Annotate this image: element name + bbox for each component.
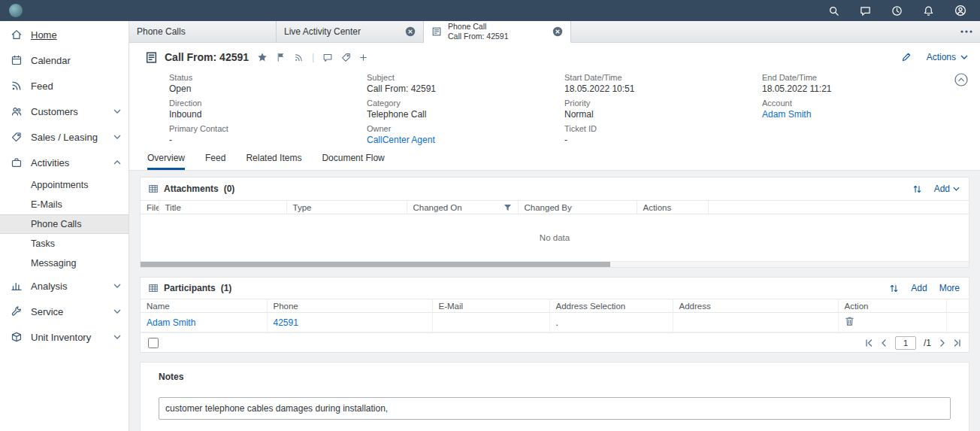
analysis-icon (11, 280, 23, 292)
close-icon[interactable] (552, 26, 563, 37)
collapse-header-icon[interactable] (954, 73, 968, 87)
app-logo (9, 4, 23, 17)
scrollbar-thumb[interactable] (141, 262, 610, 267)
delete-trash-icon[interactable] (845, 316, 854, 326)
col-title[interactable]: Title (159, 201, 286, 214)
sidebar-item-label: Activities (31, 157, 69, 168)
sidebar-item-activities[interactable]: Activities (0, 150, 129, 175)
owner-link[interactable]: CallCenter Agent (367, 135, 564, 145)
sort-icon[interactable] (912, 184, 922, 194)
attachments-table: File Ic Title Type Changed On (141, 200, 969, 214)
sidebar-item-phone-calls[interactable]: Phone Calls (0, 214, 129, 234)
horizontal-scrollbar[interactable] (141, 261, 969, 267)
sidebar-item-label: Home (31, 29, 57, 41)
attachments-add-button[interactable]: Add (934, 184, 960, 194)
service-icon (11, 305, 23, 317)
sidebar-item-tasks[interactable]: Tasks (0, 234, 129, 253)
participant-phone-link[interactable]: 42591 (274, 317, 298, 328)
close-icon[interactable] (405, 26, 416, 37)
sidebar-item-messaging[interactable]: Messaging (0, 253, 129, 273)
actions-button[interactable]: Actions (927, 52, 968, 62)
sidebar-subitem-label: Phone Calls (31, 219, 81, 229)
participants-count: (1) (221, 283, 232, 293)
last-page-icon[interactable] (954, 339, 961, 347)
col-file-icon[interactable]: File Ic (141, 201, 159, 214)
sidebar-item-feed[interactable]: Feed (0, 73, 129, 99)
flag-icon[interactable] (276, 52, 286, 62)
sidebar-item-appointments[interactable]: Appointments (0, 175, 129, 195)
sidebar-item-calendar[interactable]: Calendar (0, 47, 129, 73)
col-email[interactable]: E-Mail (432, 299, 549, 313)
tab-sublabel: Call From: 42591 (448, 32, 509, 41)
sidebar-item-analysis[interactable]: Analysis (0, 273, 129, 299)
field-value-start: 18.05.2022 10:51 (564, 83, 762, 94)
content-area: Call From: 42591 | (129, 43, 980, 431)
chevron-down-icon (113, 135, 121, 139)
select-row-checkbox[interactable] (148, 338, 159, 348)
next-page-icon[interactable] (939, 339, 946, 347)
unit-inventory-icon (11, 331, 23, 343)
participant-name-link[interactable]: Adam Smith (147, 317, 195, 328)
col-address[interactable]: Address (673, 299, 838, 313)
col-name[interactable]: Name (141, 299, 267, 313)
field-label: Subject (367, 73, 564, 83)
page-number-input[interactable] (895, 336, 916, 350)
tab-overflow-button[interactable] (960, 21, 972, 42)
sidebar-subitem-label: Messaging (31, 258, 76, 269)
sales-leasing-icon (11, 131, 23, 143)
table-grid-icon (148, 184, 159, 194)
account-link[interactable]: Adam Smith (762, 109, 960, 120)
discussion-icon[interactable] (322, 53, 333, 62)
attachments-count: (0) (224, 184, 235, 194)
previous-page-icon[interactable] (880, 339, 888, 347)
history-icon[interactable] (891, 5, 903, 17)
col-phone[interactable]: Phone (267, 299, 432, 313)
attachments-header-row: File Ic Title Type Changed On (141, 201, 969, 214)
tab-related-items[interactable]: Related Items (246, 153, 301, 170)
favorite-star-icon[interactable] (257, 52, 268, 62)
col-action[interactable]: Action (838, 299, 946, 313)
col-address-selection[interactable]: Address Selection (549, 299, 673, 313)
chevron-down-icon (113, 109, 121, 114)
notifications-icon[interactable] (923, 5, 934, 17)
tab-phone-call-active[interactable]: Phone Call Call From: 42591 (424, 21, 571, 43)
col-type[interactable]: Type (286, 201, 407, 214)
sidebar-item-service[interactable]: Service (0, 299, 129, 324)
participants-section: Participants (1) Add More Name (140, 277, 969, 353)
chat-icon[interactable] (860, 5, 871, 17)
participants-more-button[interactable]: More (939, 283, 960, 293)
sort-icon[interactable] (889, 284, 899, 293)
col-changed-on[interactable]: Changed On (407, 201, 518, 214)
tab-live-activity-center[interactable]: Live Activity Center (277, 21, 424, 42)
phone-call-object-icon (145, 51, 158, 64)
follow-feed-icon[interactable] (294, 53, 304, 62)
participants-add-button[interactable]: Add (911, 283, 927, 293)
participant-row: Adam Smith 42591 . (141, 313, 969, 332)
col-changed-by[interactable]: Changed By (518, 201, 637, 214)
sidebar-item-label: Feed (31, 80, 53, 92)
notes-input[interactable] (159, 397, 951, 420)
tab-phone-calls[interactable]: Phone Calls (129, 21, 277, 42)
filter-icon[interactable] (504, 204, 512, 211)
add-button-label: Add (934, 184, 950, 194)
account-icon[interactable] (954, 5, 966, 17)
actions-button-label: Actions (927, 52, 956, 62)
header-fields: StatusOpen SubjectCall From: 42591 Start… (129, 67, 980, 150)
participant-address-selection: . (549, 313, 673, 332)
tab-document-flow[interactable]: Document Flow (322, 153, 384, 170)
sidebar-item-customers[interactable]: Customers (0, 99, 129, 124)
col-actions[interactable]: Actions (637, 201, 708, 214)
add-tag-icon[interactable] (359, 53, 368, 62)
search-icon[interactable] (828, 5, 839, 17)
sidebar-item-emails[interactable]: E-Mails (0, 195, 129, 214)
activities-icon (11, 156, 23, 168)
first-page-icon[interactable] (865, 339, 873, 347)
sidebar-item-home[interactable]: Home (0, 22, 129, 47)
tab-feed[interactable]: Feed (205, 153, 225, 170)
sidebar-item-sales-leasing[interactable]: Sales / Leasing (0, 124, 129, 150)
edit-pencil-icon[interactable] (901, 52, 912, 62)
tag-icon[interactable] (341, 53, 351, 62)
tab-overview[interactable]: Overview (147, 153, 185, 170)
sidebar-subitem-label: Tasks (31, 238, 55, 249)
sidebar-item-unit-inventory[interactable]: Unit Inventory (0, 324, 129, 350)
